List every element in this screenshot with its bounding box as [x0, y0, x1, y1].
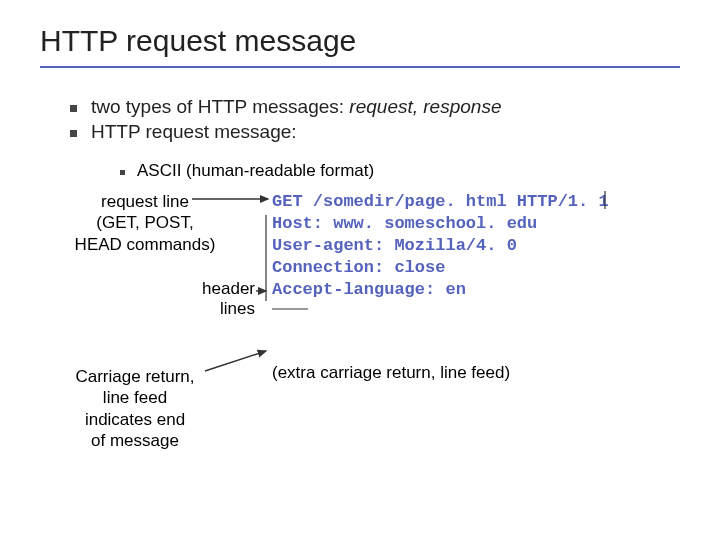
- label-carriage-3: indicates end: [85, 410, 185, 429]
- bullet-1: two types of HTTP messages: request, res…: [70, 96, 680, 118]
- label-carriage-2: line feed: [103, 388, 167, 407]
- code-line-3: User-agent: Mozilla/4. 0: [272, 236, 517, 255]
- bullet-1-prefix: two types of HTTP messages:: [91, 96, 349, 117]
- label-carriage-4: of message: [91, 431, 179, 450]
- label-carriage-1: Carriage return,: [75, 367, 194, 386]
- label-carriage-return: Carriage return, line feed indicates end…: [50, 366, 220, 451]
- bullet-1-text: two types of HTTP messages: request, res…: [91, 96, 501, 118]
- label-header-lines: header lines: [170, 279, 255, 320]
- bullet-2: HTTP request message:: [70, 121, 680, 143]
- label-request-line: request line (GET, POST, HEAD commands): [50, 191, 240, 255]
- http-request-code: GET /somedir/page. html HTTP/1. 1 Host: …: [272, 191, 609, 301]
- slide-title: HTTP request message: [40, 24, 680, 58]
- extra-carriage-text: (extra carriage return, line feed): [272, 363, 510, 383]
- main-bullets: two types of HTTP messages: request, res…: [70, 96, 680, 143]
- bullet-square-icon: [70, 105, 77, 112]
- label-request-line-3: HEAD commands): [75, 235, 216, 254]
- bullet-square-icon: [120, 170, 125, 175]
- label-header-1: header: [202, 279, 255, 298]
- label-request-line-2: (GET, POST,: [96, 213, 193, 232]
- title-underline: [40, 66, 680, 68]
- code-line-2: Host: www. someschool. edu: [272, 214, 537, 233]
- code-line-5: Accept-language: en: [272, 280, 466, 299]
- label-header-2: lines: [220, 299, 255, 318]
- sub-bullet-1-text: ASCII (human-readable format): [137, 161, 374, 181]
- diagram-area: request line (GET, POST, HEAD commands) …: [40, 191, 680, 451]
- code-line-1: GET /somedir/page. html HTTP/1. 1: [272, 192, 609, 211]
- bullet-square-icon: [70, 130, 77, 137]
- label-request-line-1: request line: [101, 192, 189, 211]
- bullet-2-text: HTTP request message:: [91, 121, 297, 143]
- sub-bullets: ASCII (human-readable format): [120, 161, 680, 181]
- sub-bullet-1: ASCII (human-readable format): [120, 161, 680, 181]
- bullet-1-italic: request, response: [349, 96, 501, 117]
- code-line-4: Connection: close: [272, 258, 445, 277]
